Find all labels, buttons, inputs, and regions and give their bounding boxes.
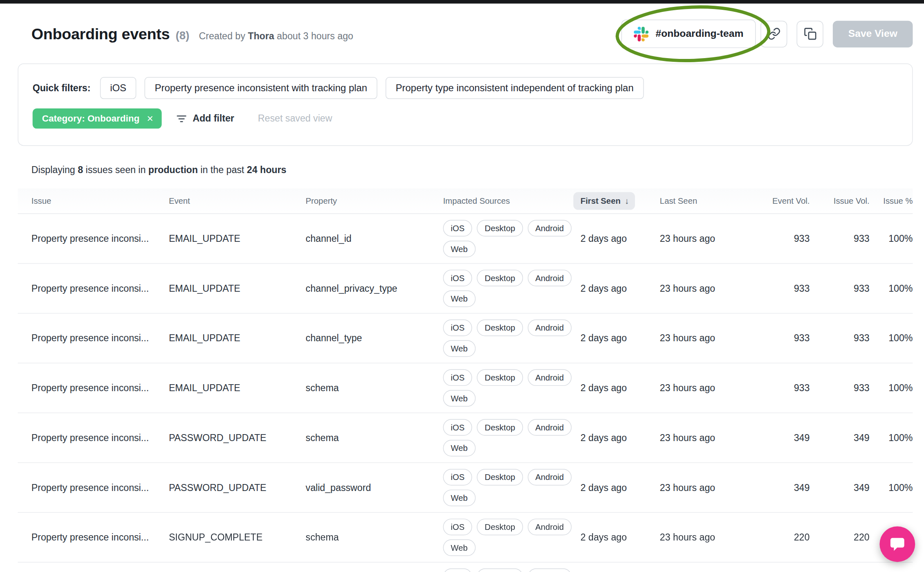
created-by-text: Created by Thora about 3 hours ago — [199, 31, 353, 41]
first-seen-cell: 2 days ago — [581, 283, 660, 294]
col-issue-vol[interactable]: Issue Vol. — [810, 196, 869, 206]
table-row[interactable]: Property presence inconsi... SIGNUP_STAR… — [18, 563, 913, 572]
source-pill: Android — [527, 320, 572, 336]
event-vol-cell: 933 — [751, 233, 810, 244]
col-first-seen[interactable]: First Seen ↓ — [581, 192, 660, 209]
slack-button-wrap: #onboarding-team — [621, 20, 756, 48]
event-cell: EMAIL_UPDATE — [169, 383, 306, 393]
impacted-sources: iOSDesktopAndroidWeb — [443, 264, 579, 313]
event-vol-cell: 933 — [751, 383, 810, 393]
quick-filter-ios[interactable]: iOS — [100, 77, 137, 99]
quick-filter-type[interactable]: Property type inconsistent independent o… — [386, 77, 644, 99]
page-header: Onboarding events (8) Created by Thora a… — [0, 4, 924, 63]
first-seen-cell: 2 days ago — [581, 333, 660, 343]
col-issue[interactable]: Issue — [18, 196, 168, 206]
link-icon — [767, 27, 780, 41]
first-seen-cell: 2 days ago — [581, 482, 660, 493]
event-vol-cell: 933 — [751, 283, 810, 294]
property-cell: channel_type — [306, 333, 443, 343]
issue-pct-cell: 100% — [870, 233, 913, 244]
issue-pct-cell: 100% — [870, 383, 913, 393]
source-pill: Desktop — [477, 469, 523, 486]
col-impacted-sources[interactable]: Impacted Sources — [443, 196, 581, 206]
issue-vol-cell: 933 — [810, 383, 869, 393]
event-cell: EMAIL_UPDATE — [169, 233, 306, 244]
source-pill: Android — [527, 568, 572, 572]
source-pill: Web — [443, 241, 475, 257]
reset-saved-view-button[interactable]: Reset saved view — [258, 113, 332, 124]
property-cell: schema — [306, 532, 443, 543]
col-issue-pct[interactable]: Issue % — [870, 196, 913, 206]
issue-cell: Property presence inconsi... — [18, 383, 168, 393]
impacted-sources: iOSDesktopAndroidWeb — [443, 463, 579, 512]
source-pill: Web — [443, 390, 475, 407]
header-actions: #onboarding-team — [621, 20, 913, 48]
active-filter-pill[interactable]: Category: Onboarding ✕ — [33, 108, 162, 128]
col-event-vol[interactable]: Event Vol. — [751, 196, 810, 206]
filters-card: Quick filters: iOS Property presence inc… — [18, 63, 913, 146]
source-pill: Desktop — [477, 320, 523, 336]
col-event[interactable]: Event — [169, 196, 306, 206]
add-filter-label: Add filter — [193, 113, 234, 124]
event-cell: SIGNUP_COMPLETE — [169, 532, 306, 543]
last-seen-cell: 23 hours ago — [660, 233, 751, 244]
table-row[interactable]: Property presence inconsi... PASSWORD_UP… — [18, 413, 913, 463]
table-row[interactable]: Property presence inconsi... EMAIL_UPDAT… — [18, 214, 913, 264]
impacted-sources: iOSDesktopAndroidWeb — [443, 363, 579, 412]
property-cell: schema — [306, 383, 443, 393]
issue-cell: Property presence inconsi... — [18, 482, 168, 493]
source-pill: Desktop — [477, 568, 523, 572]
source-pill: iOS — [443, 568, 472, 572]
last-seen-cell: 23 hours ago — [660, 383, 751, 393]
first-seen-cell: 2 days ago — [581, 432, 660, 443]
add-filter-button[interactable]: Add filter — [176, 113, 234, 124]
quick-filters-row: Quick filters: iOS Property presence inc… — [33, 77, 898, 99]
source-pill: Android — [527, 270, 572, 286]
issue-pct-cell: 100% — [870, 283, 913, 294]
impacted-sources: iOSDesktopAndroidWeb — [443, 563, 579, 572]
chat-launcher-button[interactable] — [879, 526, 915, 562]
col-property[interactable]: Property — [306, 196, 443, 206]
col-last-seen[interactable]: Last Seen — [660, 196, 751, 206]
event-vol-cell: 220 — [751, 532, 810, 543]
quick-filters-label: Quick filters: — [33, 83, 91, 93]
author-name: Thora — [248, 31, 274, 41]
table-row[interactable]: Property presence inconsi... EMAIL_UPDAT… — [18, 264, 913, 314]
source-pill: iOS — [443, 220, 472, 236]
table-row[interactable]: Property presence inconsi... SIGNUP_COMP… — [18, 513, 913, 563]
copy-icon — [803, 27, 816, 41]
first-seen-cell: 2 days ago — [581, 233, 660, 244]
impacted-sources: iOSDesktopAndroidWeb — [443, 313, 579, 363]
summary-count: 8 — [78, 165, 83, 175]
issue-pct-cell: 100% — [870, 333, 913, 343]
issue-vol-cell: 933 — [810, 333, 869, 343]
source-pill: Android — [527, 220, 572, 236]
table-row[interactable]: Property presence inconsi... EMAIL_UPDAT… — [18, 363, 913, 413]
last-seen-cell: 23 hours ago — [660, 333, 751, 343]
source-pill: iOS — [443, 320, 472, 336]
slack-channel-button[interactable]: #onboarding-team — [621, 20, 756, 48]
impacted-sources: iOSDesktopAndroidWeb — [443, 214, 579, 263]
source-pill: Android — [527, 419, 572, 436]
sort-pill: First Seen ↓ — [573, 192, 635, 209]
issue-vol-cell: 349 — [810, 482, 869, 493]
source-pill: Web — [443, 291, 475, 307]
quick-filter-presence[interactable]: Property presence inconsistent with trac… — [145, 77, 377, 99]
table-row[interactable]: Property presence inconsi... EMAIL_UPDAT… — [18, 313, 913, 363]
event-cell: PASSWORD_UPDATE — [169, 482, 306, 493]
source-pill: iOS — [443, 419, 472, 436]
duplicate-view-button[interactable] — [797, 20, 823, 47]
source-pill: iOS — [443, 369, 472, 386]
top-bar — [0, 0, 924, 4]
source-pill: Desktop — [477, 519, 523, 536]
table-row[interactable]: Property presence inconsi... PASSWORD_UP… — [18, 463, 913, 513]
property-cell: schema — [306, 432, 443, 443]
source-pill: Desktop — [477, 369, 523, 386]
slack-channel-label: #onboarding-team — [656, 28, 744, 40]
close-icon[interactable]: ✕ — [147, 115, 154, 123]
results-summary: Displaying 8 issues seen in production i… — [31, 165, 924, 176]
source-pill: Desktop — [477, 220, 523, 236]
copy-link-button[interactable] — [760, 20, 787, 47]
save-view-button[interactable]: Save View — [833, 20, 913, 47]
sort-desc-icon: ↓ — [625, 196, 629, 206]
